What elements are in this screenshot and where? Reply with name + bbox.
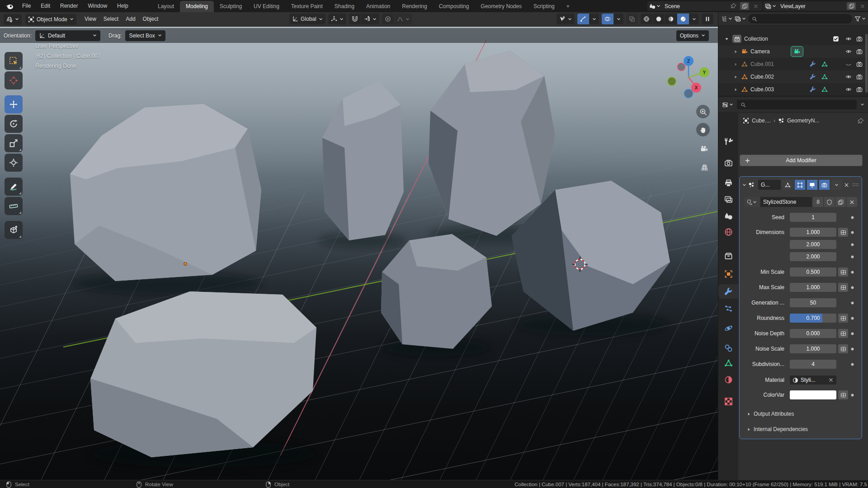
tab-geometry-nodes[interactable]: Geometry Nodes	[475, 1, 528, 12]
outliner-row-collection[interactable]: Collection	[718, 33, 868, 45]
breadcrumb-object[interactable]: Cube....	[752, 117, 771, 124]
new-viewlayer-icon[interactable]	[847, 2, 856, 10]
menu-object[interactable]: Object	[139, 12, 162, 26]
navigation-gizmo[interactable]: Z Y X	[668, 56, 710, 98]
blender-logo-icon[interactable]	[0, 2, 17, 10]
animate-decorator-icon[interactable]	[850, 362, 854, 366]
input-attribute-toggle-icon[interactable]	[838, 267, 848, 277]
menu-view[interactable]: View	[81, 12, 100, 26]
seed-field[interactable]: 1	[790, 213, 836, 222]
scene-selector[interactable]: Scene	[647, 1, 762, 11]
animate-decorator-icon[interactable]	[850, 255, 854, 259]
tab-collection[interactable]	[718, 249, 738, 263]
menu-file[interactable]: File	[17, 0, 36, 12]
material-selector[interactable]: Styli...	[790, 375, 836, 385]
max-scale-field[interactable]: 1.000	[790, 283, 836, 292]
overlays-toggle[interactable]	[602, 14, 613, 24]
input-attribute-toggle-icon[interactable]	[838, 314, 848, 323]
toggle-on-cage[interactable]	[783, 180, 793, 190]
dimensions-z-field[interactable]: 2.000	[790, 252, 836, 261]
tab-modeling[interactable]: Modeling	[180, 1, 214, 12]
tab-animation[interactable]: Animation	[360, 1, 396, 12]
menu-select[interactable]: Select	[100, 12, 122, 26]
dimensions-y-field[interactable]: 2.000	[790, 240, 836, 249]
stone-object-3[interactable]	[322, 80, 404, 240]
viewlayer-selector[interactable]: ViewLayer	[763, 1, 868, 11]
outliner-row-cube002[interactable]: Cube.002	[718, 70, 868, 83]
section-internal-dependencies[interactable]: Internal Dependencies	[747, 425, 855, 434]
viewlayer-icon[interactable]	[765, 3, 776, 9]
menu-edit[interactable]: Edit	[36, 0, 55, 12]
menu-render[interactable]: Render	[55, 0, 83, 12]
gizmo-axis-y-neg[interactable]	[668, 77, 676, 86]
outliner-row-cube003[interactable]: Cube.003	[718, 83, 868, 96]
hide-viewport-icon[interactable]	[845, 48, 852, 55]
outliner-row-cube001[interactable]: Cube.001	[718, 58, 868, 70]
outliner-editor-type-button[interactable]	[721, 16, 732, 22]
outliner-row-camera[interactable]: Camera	[718, 45, 868, 58]
node-group-name-field[interactable]: StylizedStone	[760, 197, 812, 207]
animate-decorator-icon[interactable]	[850, 286, 854, 290]
gizmos-toggle[interactable]	[577, 14, 589, 24]
pause-render-button[interactable]	[702, 14, 713, 24]
toggle-edit-mode[interactable]	[795, 180, 805, 190]
tab-shading[interactable]: Shading	[329, 1, 360, 12]
tool-measure[interactable]	[5, 197, 23, 215]
stone-object-2[interactable]	[90, 291, 316, 457]
active-camera-badge[interactable]	[791, 46, 803, 57]
noise-scale-field[interactable]: 1.000	[790, 344, 836, 353]
outliner-scrollbar[interactable]	[865, 34, 868, 93]
collection-name[interactable]: Collection	[744, 36, 768, 42]
collapse-icon[interactable]	[725, 37, 729, 41]
subdivision-field[interactable]: 4	[790, 360, 836, 369]
input-attribute-toggle-icon[interactable]	[838, 344, 848, 353]
gizmo-axis-x-neg[interactable]	[678, 63, 685, 71]
3d-viewport[interactable]: Z Y X Object Mode View Select Add Object	[0, 12, 718, 480]
tab-layout[interactable]: Layout	[152, 1, 180, 12]
animate-decorator-icon[interactable]	[850, 243, 854, 247]
toggle-render[interactable]	[819, 180, 830, 190]
tool-select-box[interactable]	[5, 52, 23, 70]
noise-depth-field[interactable]: 0.000	[790, 329, 836, 338]
input-attribute-toggle-icon[interactable]	[838, 228, 848, 237]
pin-id-icon[interactable]	[858, 118, 864, 124]
shading-rendered-button[interactable]	[677, 14, 689, 24]
tab-texture-paint[interactable]: Texture Paint	[285, 1, 329, 12]
outliner-filter-button[interactable]	[854, 16, 866, 22]
editor-type-button[interactable]	[4, 14, 22, 25]
fake-user-shield-icon[interactable]	[824, 197, 835, 207]
collapse-sidebar-icon[interactable]: ‹	[713, 56, 715, 64]
options-dropdown[interactable]: Options	[676, 30, 709, 41]
colorvar-swatch[interactable]	[790, 390, 836, 399]
properties-editor-type-button[interactable]	[722, 102, 733, 108]
tool-rotate[interactable]	[5, 115, 23, 133]
min-scale-field[interactable]: 0.500	[790, 267, 836, 277]
expand-icon[interactable]	[734, 50, 738, 54]
proportional-editing-toggle[interactable]	[382, 14, 394, 24]
tool-3d-cursor[interactable]	[5, 71, 23, 89]
tab-uv-editing[interactable]: UV Editing	[248, 1, 285, 12]
hide-viewport-icon[interactable]	[845, 86, 852, 93]
object-name[interactable]: Cube.001	[750, 61, 774, 67]
properties-options-icon[interactable]	[860, 103, 864, 107]
proportional-falloff-selector[interactable]	[394, 14, 412, 24]
tab-output[interactable]	[718, 176, 738, 190]
input-attribute-toggle-icon[interactable]	[838, 329, 848, 338]
drag-handle-icon[interactable]	[852, 183, 859, 187]
properties-search-input[interactable]	[737, 100, 857, 109]
gizmo-axis-z-neg[interactable]	[684, 89, 693, 98]
dimensions-x-field[interactable]: 1.000	[790, 228, 836, 237]
tab-scripting[interactable]: Scripting	[528, 1, 561, 12]
modifier-name-field[interactable]: G...	[758, 180, 781, 190]
object-name[interactable]: Cube.003	[750, 86, 774, 93]
shading-wireframe-button[interactable]	[641, 14, 652, 24]
add-workspace-button[interactable]: +	[561, 1, 576, 12]
delete-modifier-icon[interactable]	[844, 182, 849, 188]
tool-scale[interactable]	[5, 134, 23, 152]
orientation-dropdown[interactable]: Default	[35, 30, 100, 41]
xray-toggle[interactable]	[626, 14, 638, 24]
animate-decorator-icon[interactable]	[850, 301, 854, 305]
toggle-realtime[interactable]	[807, 180, 817, 190]
tab-compositing[interactable]: Compositing	[433, 1, 475, 12]
animate-decorator-icon[interactable]	[850, 230, 854, 235]
